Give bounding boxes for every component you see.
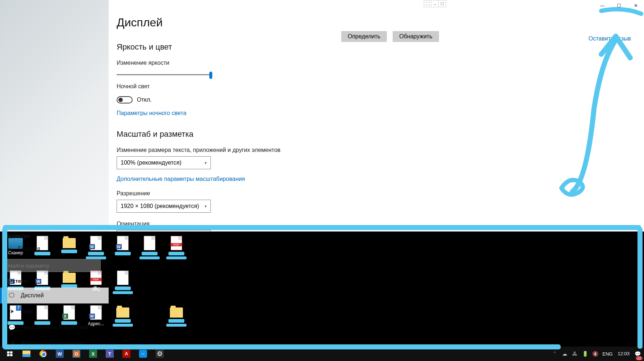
svg-rect-6 xyxy=(7,354,10,356)
svg-rect-7 xyxy=(10,354,13,356)
settings-window: Параметры ⌂ Главная 🔍 Система 🖵 Дисплей … xyxy=(0,0,644,232)
brightness-label: Изменение яркости xyxy=(117,60,644,66)
desktop-icon-folder[interactable] xyxy=(111,305,135,339)
desktop-icon-doc[interactable] xyxy=(138,236,162,270)
redacted-label xyxy=(115,319,131,323)
folder-icon xyxy=(116,307,129,318)
redacted-label xyxy=(142,252,158,255)
start-button[interactable] xyxy=(1,347,18,361)
nightlight-toggle[interactable] xyxy=(117,96,133,103)
snap-cell[interactable]: ☐ xyxy=(439,0,446,7)
chat-icon: 💬 xyxy=(8,324,15,331)
tray-battery-icon[interactable]: 🔋 xyxy=(580,347,590,361)
tray-clock[interactable]: 12:03 xyxy=(615,351,632,356)
titlebar-buttons: — ☐ ✕ xyxy=(594,0,644,11)
taskbar-excel[interactable]: X xyxy=(85,347,101,361)
taskbar-explorer[interactable] xyxy=(18,347,35,361)
search-input[interactable] xyxy=(4,259,101,272)
nightlight-settings-link[interactable]: Параметры ночного света xyxy=(117,110,187,116)
maximize-button[interactable]: ☐ xyxy=(611,0,627,11)
chevron-down-icon: ▾ xyxy=(205,204,207,209)
sidebar-item-label: Дисплей xyxy=(21,292,44,299)
brightness-slider[interactable] xyxy=(117,74,211,75)
sidebar-item-label: Уведомления и действия xyxy=(21,324,88,331)
gear-icon: ⚙ xyxy=(156,350,164,358)
redacted-label xyxy=(113,324,133,327)
taskbar-chrome[interactable] xyxy=(35,347,51,361)
acrobat-icon: A xyxy=(122,350,130,358)
page-title: Дисплей xyxy=(117,0,644,29)
snap-cell[interactable]: ⛶ xyxy=(424,0,431,7)
tray-network-icon[interactable]: 🖧 xyxy=(570,347,580,361)
desktop-icon-folder[interactable] xyxy=(164,305,188,339)
resolution-label: Разрешение xyxy=(117,190,644,197)
redacted-label xyxy=(115,286,131,290)
main-content: ⛶ ⌄ ☐ — ☐ ✕ Дисплей Определить Обнаружит… xyxy=(109,0,644,232)
scale-dropdown[interactable]: 100% (рекомендуется) ▾ xyxy=(117,156,211,169)
section-scale-heading: Масштаб и разметка xyxy=(117,129,644,139)
sidebar-item-label: Звук xyxy=(21,308,33,315)
word-icon: W xyxy=(56,350,64,358)
svg-rect-4 xyxy=(7,351,10,353)
speaker-icon: 🕩 xyxy=(8,308,15,315)
sidebar-item-sound[interactable]: 🕩 Звук xyxy=(0,303,109,319)
taskbar-settings[interactable]: ⚙ xyxy=(151,347,168,361)
file-explorer-icon xyxy=(22,351,30,357)
sidebar-item-notifications[interactable]: 💬 Уведомления и действия xyxy=(0,319,109,335)
minimize-button[interactable]: — xyxy=(594,0,611,11)
dropdown-value: 1920 × 1080 (рекомендуется) xyxy=(121,203,199,209)
sidebar-item-label: Фокусировка внимания xyxy=(21,340,83,347)
sidebar-home[interactable]: ⌂ Главная xyxy=(0,241,109,257)
taskbar-teams[interactable]: T xyxy=(101,347,118,361)
redacted-label xyxy=(113,291,133,294)
folder-icon xyxy=(170,307,183,318)
feedback-link[interactable]: Оставить отзыв xyxy=(589,35,631,42)
close-button[interactable]: ✕ xyxy=(627,0,644,11)
redacted-label xyxy=(139,256,160,259)
snap-cell[interactable]: ⌄ xyxy=(431,0,439,7)
desktop-icon-pdf[interactable] xyxy=(164,236,188,270)
advanced-scaling-link[interactable]: Дополнительные параметры масштабирования xyxy=(117,176,245,182)
chrome-icon xyxy=(39,350,47,357)
scale-label: Изменение размера текста, приложений и д… xyxy=(117,147,644,153)
tray-chevron[interactable]: ˄ xyxy=(549,347,560,361)
display-detect-buttons: Определить Обнаружить xyxy=(341,31,439,42)
resolution-dropdown[interactable]: 1920 × 1080 (рекомендуется) ▾ xyxy=(117,200,211,213)
snap-layout-widget[interactable]: ⛶ ⌄ ☐ xyxy=(424,0,446,7)
sidebar-item-display[interactable]: 🖵 Дисплей xyxy=(0,288,109,303)
excel-icon: X xyxy=(89,350,97,358)
sidebar-home-label: Главная xyxy=(18,246,40,252)
nightlight-label: Ночной свет xyxy=(117,83,644,90)
taskbar-outlook[interactable]: O xyxy=(68,347,85,361)
window-title: Параметры xyxy=(0,232,109,241)
home-icon: ⌂ xyxy=(7,246,13,252)
taskbar: W O X T A ↔ ⚙ ˄ ☁ 🖧 🔋 🔇 ENG 12:03 💬 22 xyxy=(0,347,644,361)
sidebar: Параметры ⌂ Главная 🔍 Система 🖵 Дисплей … xyxy=(0,0,109,232)
redacted-label xyxy=(168,319,184,323)
desktop-icon-doc[interactable] xyxy=(111,271,135,305)
tray-volume-icon[interactable]: 🔇 xyxy=(590,347,600,361)
sidebar-heading: Система xyxy=(0,276,109,288)
taskbar-word[interactable]: W xyxy=(51,347,68,361)
outlook-icon: O xyxy=(72,350,80,358)
notification-badge: 22 xyxy=(636,356,643,360)
slider-thumb[interactable] xyxy=(209,72,212,79)
document-icon xyxy=(144,236,155,250)
desktop-icon-word[interactable] xyxy=(111,236,135,270)
identify-button[interactable]: Определить xyxy=(341,31,387,42)
tray-language[interactable]: ENG xyxy=(600,351,615,357)
pdf-icon xyxy=(171,236,182,250)
teams-icon: T xyxy=(106,350,114,358)
orientation-label: Ориентация xyxy=(117,221,644,227)
redacted-label xyxy=(166,256,187,259)
moon-icon: ☽ xyxy=(8,340,15,347)
toggle-state-label: Откл. xyxy=(137,97,152,103)
chevron-down-icon: ▾ xyxy=(205,161,207,165)
sidebar-backdrop xyxy=(0,0,109,232)
taskbar-acrobat[interactable]: A xyxy=(118,347,135,361)
redacted-label xyxy=(166,324,187,327)
tray-onedrive-icon[interactable]: ☁ xyxy=(560,347,570,361)
document-icon xyxy=(117,271,129,285)
taskbar-teamviewer[interactable]: ↔ xyxy=(135,347,151,361)
detect-button[interactable]: Обнаружить xyxy=(393,31,439,42)
